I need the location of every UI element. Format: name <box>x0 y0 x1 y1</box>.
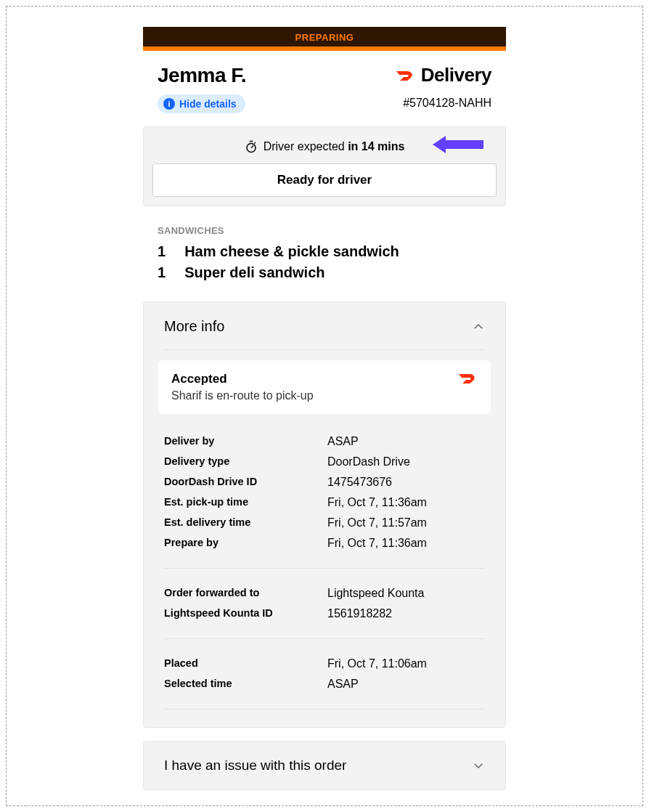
table-row: Est. pick-up timeFri, Oct 7, 11:36am <box>164 492 485 513</box>
page-frame: PREPARING Jemma F. i Hide details Delive… <box>6 6 643 806</box>
info-label: Lightspeed Kounta ID <box>164 607 327 620</box>
annotation-arrow-icon <box>433 136 483 153</box>
info-group-2: Order forwarded toLightspeed Kounta Ligh… <box>144 579 505 628</box>
svg-line-1 <box>251 146 253 148</box>
info-label: Est. delivery time <box>164 516 327 529</box>
svg-line-3 <box>254 142 256 144</box>
info-label: Selected time <box>164 678 327 691</box>
item-qty: 1 <box>158 243 166 260</box>
hide-details-label: Hide details <box>179 98 237 110</box>
table-row: DoorDash Drive ID1475473676 <box>164 472 485 492</box>
delivery-block: Delivery #5704128-NAHH <box>395 64 491 110</box>
table-row: Delivery typeDoorDash Drive <box>164 452 485 472</box>
status-bar: PREPARING <box>143 27 506 51</box>
info-value: Lightspeed Kounta <box>327 587 424 600</box>
info-value: ASAP <box>327 435 359 448</box>
table-row: Selected timeASAP <box>164 674 485 694</box>
more-info-toggle[interactable]: More info <box>144 302 505 349</box>
chevron-up-icon <box>472 320 485 333</box>
info-value: Fri, Oct 7, 11:57am <box>327 516 427 529</box>
info-value: Fri, Oct 7, 11:06am <box>327 657 427 670</box>
info-value: 1475473676 <box>327 476 392 489</box>
list-item: 1 Super deli sandwich <box>158 264 491 281</box>
list-item: 1 Ham cheese & pickle sandwich <box>158 243 491 260</box>
table-row: PlacedFri, Oct 7, 11:06am <box>164 654 485 674</box>
customer-name: Jemma F. <box>158 64 246 87</box>
order-header: Jemma F. i Hide details Delivery #570412… <box>143 51 506 122</box>
table-row: Lightspeed Kounta ID1561918282 <box>164 604 485 624</box>
info-label: Delivery type <box>164 455 327 468</box>
doordash-icon <box>395 69 415 82</box>
info-group-3: PlacedFri, Oct 7, 11:06am Selected timeA… <box>144 649 505 699</box>
chevron-down-icon <box>472 759 485 772</box>
delivery-title: Delivery <box>421 64 491 86</box>
table-row: Est. delivery timeFri, Oct 7, 11:57am <box>164 513 485 533</box>
item-name: Ham cheese & pickle sandwich <box>184 243 399 260</box>
info-value: ASAP <box>327 678 359 691</box>
info-value: DoorDash Drive <box>327 455 410 468</box>
info-value: Fri, Oct 7, 11:36am <box>327 537 427 550</box>
item-name: Super deli sandwich <box>184 264 324 281</box>
eta-bold: in 14 mins <box>348 140 404 153</box>
table-row: Deliver byASAP <box>164 431 485 452</box>
info-label: Prepare by <box>164 537 327 550</box>
table-row: Prepare byFri, Oct 7, 11:36am <box>164 533 485 553</box>
hide-details-button[interactable]: i Hide details <box>158 94 245 113</box>
accepted-subtitle: Sharif is en-route to pick-up <box>171 389 314 402</box>
order-panel: PREPARING Jemma F. i Hide details Delive… <box>143 27 506 790</box>
info-label: Deliver by <box>164 435 327 448</box>
more-info-label: More info <box>164 318 224 335</box>
table-row: Order forwarded toLightspeed Kounta <box>164 583 485 604</box>
issue-toggle[interactable]: I have an issue with this order <box>143 741 506 790</box>
item-qty: 1 <box>158 264 166 281</box>
items-section: SANDWICHES 1 Ham cheese & pickle sandwic… <box>143 206 506 301</box>
divider <box>164 349 485 350</box>
divider <box>164 568 485 569</box>
info-label: DoorDash Drive ID <box>164 476 327 489</box>
issue-label: I have an issue with this order <box>164 758 346 774</box>
info-value: Fri, Oct 7, 11:36am <box>327 496 427 509</box>
info-value: 1561918282 <box>327 607 392 620</box>
eta-card: Driver expected in 14 mins Ready for dri… <box>143 126 506 206</box>
accepted-title: Accepted <box>171 372 314 386</box>
ready-for-driver-label: Ready for driver <box>277 173 372 187</box>
more-info-card: More info Accepted Sharif is en-route to… <box>143 301 506 728</box>
info-icon: i <box>163 98 175 110</box>
stopwatch-icon <box>245 140 258 153</box>
accepted-box: Accepted Sharif is en-route to pick-up <box>158 360 491 414</box>
info-label: Order forwarded to <box>164 587 327 600</box>
info-label: Placed <box>164 657 327 670</box>
eta-prefix: Driver expected <box>264 140 348 153</box>
customer-block: Jemma F. i Hide details <box>158 64 246 113</box>
info-label: Est. pick-up time <box>164 496 327 509</box>
status-label: PREPARING <box>143 27 506 46</box>
order-number: #5704128-NAHH <box>395 97 491 110</box>
divider <box>164 709 485 710</box>
doordash-icon <box>457 372 478 385</box>
ready-for-driver-button[interactable]: Ready for driver <box>152 163 497 197</box>
category-label: SANDWICHES <box>158 225 491 236</box>
info-group-1: Deliver byASAP Delivery typeDoorDash Dri… <box>144 427 505 558</box>
status-underline <box>143 46 506 51</box>
divider <box>164 638 485 639</box>
